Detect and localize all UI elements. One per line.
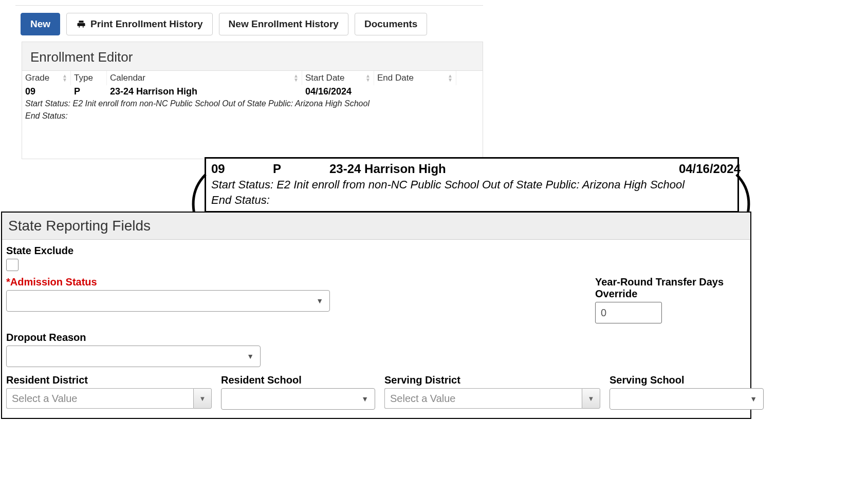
- enrollment-table-header: Grade▲▼ Type Calendar▲▼ Start Date▲▼ End…: [22, 71, 483, 85]
- cell-calendar: 23-24 Harrison High: [107, 85, 302, 98]
- cell-type: P: [71, 85, 107, 98]
- col-start[interactable]: Start Date▲▼: [302, 71, 374, 85]
- toolbar: New Print Enrollment History New Enrollm…: [15, 6, 483, 42]
- sort-icon: ▲▼: [448, 74, 453, 82]
- new-button[interactable]: New: [21, 13, 60, 35]
- enrollment-editor-panel: Enrollment Editor Grade▲▼ Type Calendar▲…: [22, 42, 483, 159]
- new-enrollment-history-button[interactable]: New Enrollment History: [219, 13, 348, 35]
- start-status-text: Start Status: E2 Init enroll from non-NC…: [22, 98, 483, 110]
- documents-button[interactable]: Documents: [355, 13, 427, 35]
- sort-icon: ▲▼: [365, 74, 371, 82]
- cell-end: [374, 91, 456, 93]
- enrollment-editor-title: Enrollment Editor: [22, 42, 483, 70]
- enrollment-table: Grade▲▼ Type Calendar▲▼ Start Date▲▼ End…: [22, 70, 483, 159]
- new-history-button-label: New Enrollment History: [229, 18, 339, 30]
- sort-icon: ▲▼: [62, 74, 67, 82]
- print-enrollment-history-button[interactable]: Print Enrollment History: [66, 13, 213, 35]
- printer-icon: [76, 20, 86, 29]
- col-grade[interactable]: Grade▲▼: [22, 71, 71, 85]
- col-calendar[interactable]: Calendar▲▼: [107, 71, 302, 85]
- cell-grade: 09: [22, 85, 71, 98]
- documents-button-label: Documents: [364, 18, 417, 30]
- col-type[interactable]: Type: [71, 71, 107, 85]
- print-button-label: Print Enrollment History: [90, 18, 203, 30]
- cell-start: 04/16/2024: [302, 85, 374, 98]
- end-status-text: End Status:: [22, 110, 483, 123]
- col-end[interactable]: End Date▲▼: [374, 71, 456, 85]
- enrollment-row[interactable]: 09 P 23-24 Harrison High 04/16/2024: [22, 85, 483, 98]
- enrollment-row-callout: 09 P 23-24 Harrison High 04/16/2024 Star…: [205, 157, 739, 159]
- new-button-label: New: [30, 18, 50, 30]
- enrollment-toolbar-area: New Print Enrollment History New Enrollm…: [15, 5, 483, 159]
- sort-icon: ▲▼: [293, 74, 299, 82]
